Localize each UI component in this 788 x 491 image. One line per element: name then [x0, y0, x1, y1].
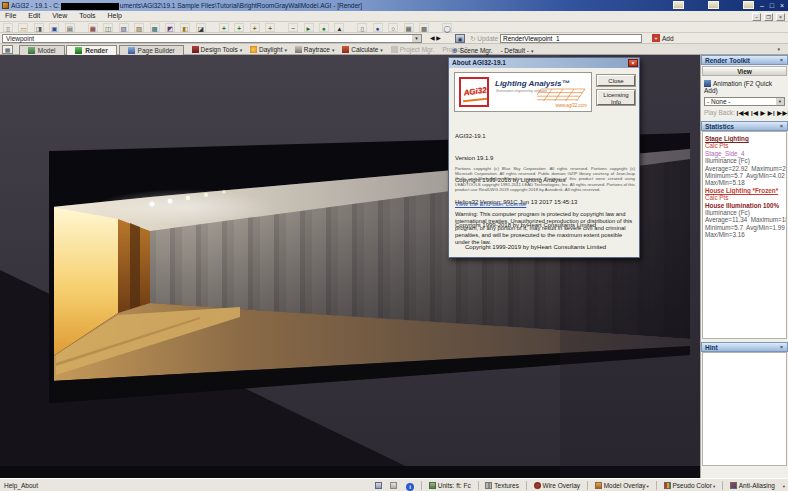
tool-room-icon[interactable]: ▨ [134, 23, 144, 32]
calculate-button[interactable]: Calculate▾ [342, 45, 383, 54]
tool-layers-icon[interactable]: ▧ [119, 23, 129, 32]
status-separator [587, 481, 588, 490]
hint-body [702, 352, 787, 466]
anti-aliasing-toggle[interactable]: Anti-Aliasing [730, 480, 775, 491]
raytrace-tool-icon[interactable]: ▲ [334, 23, 344, 32]
window-controls[interactable]: – □ × [760, 0, 786, 11]
textures-toggle[interactable]: Textures [485, 480, 519, 491]
mdi-close-button[interactable]: × [776, 13, 785, 21]
pan-view-icon[interactable] [375, 480, 384, 491]
tool-light-icon[interactable]: ◧ [180, 23, 190, 32]
close-icon[interactable]: × [628, 59, 638, 67]
update-button[interactable]: ↻ Update [470, 35, 498, 43]
render-dot-icon[interactable]: ● [373, 23, 383, 32]
mode-grid-icon[interactable]: ▦ [2, 45, 13, 54]
close-icon[interactable]: × [778, 123, 785, 130]
model-overlay-toggle[interactable]: Model Overlay▾ [595, 480, 649, 491]
page-tool-icon[interactable]: ▯ [357, 23, 367, 32]
anti-aliasing-label: Anti-Aliasing [739, 482, 775, 489]
wave-tool-icon[interactable]: ~ [288, 23, 298, 32]
menu-help[interactable]: Help [103, 11, 127, 21]
print-icon[interactable]: ▤ [65, 23, 75, 32]
open-folder-icon[interactable]: ▭ [18, 23, 28, 32]
walk-tool-icon[interactable]: + [265, 23, 275, 32]
daylight-sun-icon [250, 46, 257, 53]
menu-view[interactable]: View [47, 11, 72, 21]
raytrace-button[interactable]: Raytrace▾ [295, 45, 335, 54]
about-dialog-titlebar[interactable]: About AGI32-19.1 × [449, 58, 639, 68]
save-icon[interactable]: ▣ [49, 23, 59, 32]
units-indicator[interactable]: Units: ft: Fc [429, 480, 471, 491]
licensing-info-button[interactable]: Licensing Info [597, 90, 635, 105]
grid-a-icon[interactable]: ▦ [404, 23, 414, 32]
playback-controls[interactable]: |◀◀ |◀ ▶ ▶| ▶▶| [737, 110, 788, 116]
mdi-minimize-button[interactable]: – [752, 13, 761, 21]
animation-button[interactable]: Animation (F2 Quick Add) [704, 80, 786, 94]
tab-page-builder[interactable]: Page Builder [119, 45, 184, 55]
add-viewpoint-button[interactable]: +Add [652, 34, 674, 43]
close-icon[interactable]: × [778, 57, 785, 64]
pseudo-color-toggle[interactable]: Pseudo Color▾ [664, 480, 716, 491]
help-circle-icon[interactable]: ◯ [442, 23, 452, 32]
viewpoint-toolbar: Viewpoint ▾ ◀ ▶ ▣ ↻ Update +Add [0, 33, 788, 44]
import-icon[interactable]: ◨ [34, 23, 44, 32]
render-toolkit-header[interactable]: Render Toolkit × [701, 55, 788, 65]
new-file-icon[interactable]: ▯ [3, 23, 13, 32]
chevron-down-icon[interactable]: ▾ [713, 484, 715, 489]
orbit-tool-icon[interactable]: + [234, 23, 244, 32]
chevron-down-icon[interactable]: ▾ [776, 98, 784, 105]
chevron-down-icon[interactable]: ▾ [412, 35, 421, 42]
viewpoint-name-input[interactable] [500, 34, 642, 43]
tool-view-icon[interactable]: ▩ [150, 23, 160, 32]
close-button[interactable]: Close [597, 75, 635, 86]
eula-link[interactable]: View the End-user License [455, 201, 526, 207]
desktop-folder-icon[interactable] [673, 1, 684, 9]
next-viewpoint-button[interactable]: ▶ [436, 35, 441, 41]
menu-file[interactable]: File [0, 11, 21, 21]
tab-page-builder-label: Page Builder [138, 47, 175, 54]
daylight-button[interactable]: Daylight▾ [250, 45, 287, 54]
statistics-body[interactable]: Stage Lighting Calc Pts Stage_Side_4 Ill… [702, 131, 787, 339]
radiosity-icon[interactable]: ● [319, 23, 329, 32]
menu-edit[interactable]: Edit [23, 11, 45, 21]
tab-render[interactable]: Render [66, 45, 116, 55]
desktop-folder-icon[interactable] [708, 1, 719, 9]
tool-window-icon[interactable]: ◫ [103, 23, 113, 32]
magnify-icon[interactable]: ○ [388, 23, 398, 32]
viewpoint-selector[interactable]: Viewpoint ▾ [2, 34, 422, 43]
raytrace-label: Raytrace [304, 46, 330, 53]
statistics-header[interactable]: Statistics × [701, 121, 788, 131]
status-separator [526, 481, 527, 490]
licensing-label-2: Info [598, 99, 634, 106]
tab-model[interactable]: Model [19, 45, 65, 55]
tool-cube-icon[interactable]: ◩ [165, 23, 175, 32]
prev-viewpoint-button[interactable]: ◀ [430, 35, 435, 41]
mdi-restore-button[interactable]: ❐ [764, 13, 773, 21]
desktop-folder-icon[interactable] [743, 1, 754, 9]
page-builder-icon [128, 47, 135, 54]
tool-lamp-icon[interactable]: ◪ [196, 23, 206, 32]
status-overflow-caret[interactable]: ▾ [782, 480, 785, 491]
tool-grid-icon[interactable]: ▦ [88, 23, 98, 32]
grid-b-icon[interactable]: ▩ [419, 23, 429, 32]
menu-tools[interactable]: Tools [74, 11, 100, 21]
fit-view-icon[interactable] [390, 480, 399, 491]
move-tool-icon[interactable]: + [219, 23, 229, 32]
view-section-header[interactable]: View [702, 66, 787, 76]
scene-selector[interactable]: - Default -▾ [500, 46, 533, 55]
hint-header[interactable]: Hint × [701, 342, 788, 352]
status-separator [478, 481, 479, 490]
wire-overlay-toggle[interactable]: Wire Overlay [534, 480, 581, 491]
scene-mgr-button[interactable]: ⊕ Scene Mgr. [452, 46, 493, 55]
close-icon[interactable]: × [778, 344, 785, 351]
toolbar-overflow-caret[interactable]: ▾ [777, 46, 780, 52]
about-dialog: About AGI32-19.1 × AGi32 Lighting Analys… [448, 57, 640, 258]
play-solve-icon[interactable]: ► [304, 23, 314, 32]
camera-icon[interactable]: ▣ [455, 34, 465, 43]
zoom-extents-icon[interactable]: + [250, 23, 260, 32]
design-tools-button[interactable]: Design Tools▾ [192, 45, 243, 54]
info-icon[interactable]: i [406, 480, 414, 491]
chevron-down-icon[interactable]: ▾ [647, 484, 649, 489]
animation-selector[interactable]: - None - ▾ [704, 97, 785, 106]
stat-line: Max/Min=3.16 [705, 231, 786, 238]
